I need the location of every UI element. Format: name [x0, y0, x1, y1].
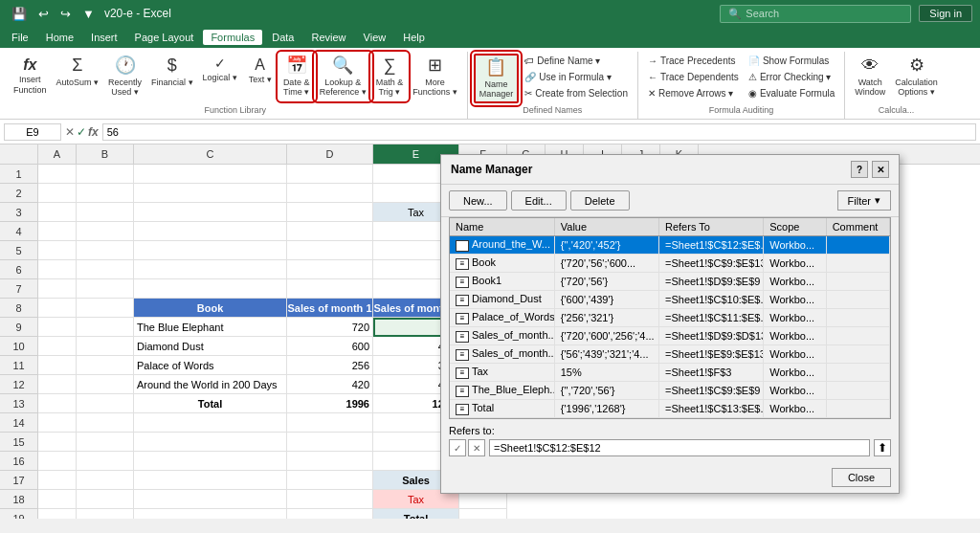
- more-functions-btn[interactable]: ⊞ MoreFunctions ▾: [409, 54, 461, 100]
- table-row[interactable]: ≡The_Blue_Eleph...{'','720','56'}=Sheet1…: [450, 382, 890, 400]
- table-row[interactable]: ≡Book1{'720','56'}=Sheet1!$D$9:$E$9Workb…: [450, 273, 890, 291]
- value-cell: {'720','56'}: [554, 273, 658, 291]
- cell-b1[interactable]: [77, 165, 134, 184]
- cell-c1[interactable]: [134, 165, 287, 184]
- value-cell: {'720','56';'600...: [554, 255, 658, 273]
- use-in-formula-btn[interactable]: 🔗 Use in Formula ▾: [521, 70, 632, 84]
- name-table-icon: ≡: [456, 367, 469, 379]
- menu-home[interactable]: Home: [38, 30, 81, 45]
- table-row[interactable]: ≡Sales_of_month...{'720','600','256';'4.…: [450, 327, 890, 345]
- logical-btn[interactable]: ✓ Logical ▾: [199, 54, 241, 85]
- cell-d1[interactable]: [287, 165, 373, 184]
- table-row[interactable]: ≡Sales_of_month...{'56';'439';'321';'4..…: [450, 345, 890, 364]
- name-table-icon: ≡: [456, 331, 469, 343]
- refers-expand-btn[interactable]: ⬆: [874, 439, 891, 456]
- menu-data[interactable]: Data: [264, 30, 301, 45]
- table-row[interactable]: ≡Palace_of_Words{'256','321'}=Sheet1!$C$…: [450, 309, 890, 327]
- table-row[interactable]: ≡Tax15%=Sheet1!$F$3Workbo...: [450, 364, 890, 382]
- search-bar[interactable]: 🔍 Search: [720, 5, 911, 23]
- define-name-btn[interactable]: 🏷 Define Name ▾: [521, 54, 632, 68]
- menu-page-layout[interactable]: Page Layout: [127, 30, 202, 45]
- text-icon: A: [255, 56, 265, 74]
- row-num: 4: [0, 222, 38, 241]
- lookup-reference-btn[interactable]: 🔍 Lookup &Reference ▾: [316, 54, 370, 100]
- col-header-name[interactable]: Name: [450, 218, 554, 236]
- clock-icon: 🕐: [115, 56, 136, 77]
- recently-used-btn[interactable]: 🕐 RecentlyUsed ▾: [104, 54, 145, 100]
- col-header-value[interactable]: Value: [554, 218, 658, 236]
- sales1-header[interactable]: Sales of month 1: [287, 299, 373, 318]
- trace-precedents-icon: →: [648, 56, 657, 66]
- formula-input[interactable]: [102, 123, 976, 141]
- col-header-comment[interactable]: Comment: [826, 218, 889, 236]
- show-formulas-btn[interactable]: 📄 Show Formulas: [745, 54, 838, 68]
- redo-btn[interactable]: ↪: [56, 5, 75, 23]
- autosum-btn[interactable]: Σ AutoSum ▾: [53, 54, 103, 89]
- comment-cell: [826, 382, 889, 400]
- menu-review[interactable]: Review: [303, 30, 353, 45]
- comment-cell: [826, 236, 889, 255]
- formula-fx-icon[interactable]: fx: [88, 125, 99, 139]
- create-from-selection-btn[interactable]: ✂ Create from Selection: [521, 86, 632, 100]
- dialog-help-btn[interactable]: ?: [851, 161, 868, 178]
- row-num: 5: [0, 241, 38, 260]
- calculation-options-btn[interactable]: ⚙ CalculationOptions ▾: [891, 54, 942, 100]
- col-header-refers-to[interactable]: Refers To: [659, 218, 764, 236]
- refers-to-cell: =Sheet1!$C$9:$E$9: [659, 382, 764, 400]
- table-row[interactable]: ≡Around_the_W...{'','420','452'}=Sheet1!…: [450, 236, 890, 255]
- scope-cell: Workbo...: [764, 255, 826, 273]
- total-summary-cell[interactable]: Total: [373, 509, 459, 519]
- save-quick-btn[interactable]: 💾: [8, 5, 31, 23]
- text-btn[interactable]: A Text ▾: [243, 54, 278, 87]
- table-row[interactable]: ≡Book{'720','56';'600...=Sheet1!$C$9:$E$…: [450, 255, 890, 273]
- cell-a1[interactable]: [38, 165, 77, 184]
- menu-file[interactable]: File: [4, 30, 36, 45]
- value-cell: {'720','600','256';'4...: [554, 327, 658, 345]
- undo-btn[interactable]: ↩: [34, 5, 53, 23]
- col-header-a[interactable]: A: [38, 144, 77, 164]
- customize-btn[interactable]: ▼: [78, 5, 99, 23]
- sign-in-button[interactable]: Sign in: [919, 5, 972, 22]
- name-manager-btn[interactable]: 📋 NameManager: [474, 54, 520, 103]
- dialog-close-btn[interactable]: ✕: [872, 161, 889, 178]
- math-trig-btn[interactable]: ∑ Math &Trig ▾: [372, 54, 408, 100]
- row-num: 14: [0, 413, 38, 433]
- formula-bar: ✕ ✓ fx: [0, 120, 980, 144]
- refers-to-input[interactable]: [489, 439, 870, 456]
- refers-cancel-btn[interactable]: ✕: [468, 439, 485, 456]
- datetime-btn[interactable]: 📅 Date &Time ▾: [279, 54, 314, 100]
- insert-function-btn[interactable]: fx InsertFunction: [10, 54, 51, 98]
- show-formulas-icon: 📄: [748, 56, 760, 66]
- refers-confirm-btn[interactable]: ✓: [449, 439, 466, 456]
- filter-arrow-icon: ▾: [875, 194, 880, 207]
- col-header-scope[interactable]: Scope: [764, 218, 826, 236]
- name-box[interactable]: [4, 123, 61, 141]
- table-row[interactable]: ≡Diamond_Dust{'600','439'}=Sheet1!$C$10:…: [450, 291, 890, 309]
- remove-arrows-btn[interactable]: ✕ Remove Arrows ▾: [644, 86, 743, 100]
- filter-button[interactable]: Filter ▾: [837, 190, 891, 211]
- col-header-c[interactable]: C: [134, 144, 287, 164]
- formula-cancel-icon[interactable]: ✕: [65, 125, 75, 139]
- menu-view[interactable]: View: [356, 30, 394, 45]
- delete-button[interactable]: Delete: [570, 190, 630, 211]
- trace-dependents-btn[interactable]: ← Trace Dependents: [644, 70, 743, 84]
- table-row[interactable]: ≡Total{'1996','1268'}=Sheet1!$C$13:$E$..…: [450, 400, 890, 418]
- book-name[interactable]: The Blue Elephant: [134, 318, 287, 337]
- watch-window-btn[interactable]: 👁 WatchWindow: [851, 54, 889, 100]
- error-checking-btn[interactable]: ⚠ Error Checking ▾: [745, 70, 838, 84]
- col-header-d[interactable]: D: [287, 144, 373, 164]
- menu-help[interactable]: Help: [395, 30, 433, 45]
- book-header[interactable]: Book: [134, 299, 287, 318]
- col-header-b[interactable]: B: [77, 144, 134, 164]
- evaluate-formula-btn[interactable]: ◉ Evaluate Formula: [745, 86, 838, 100]
- financial-btn[interactable]: $ Financial ▾: [147, 54, 197, 89]
- menu-formulas[interactable]: Formulas: [203, 30, 262, 45]
- formula-confirm-icon[interactable]: ✓: [77, 125, 86, 139]
- menu-insert[interactable]: Insert: [83, 30, 125, 45]
- row-num: 12: [0, 375, 38, 394]
- edit-button[interactable]: Edit...: [511, 190, 567, 211]
- function-library-label: Function Library: [10, 105, 461, 115]
- new-button[interactable]: New...: [449, 190, 507, 211]
- close-button[interactable]: Close: [832, 468, 891, 487]
- trace-precedents-btn[interactable]: → Trace Precedents: [644, 54, 743, 68]
